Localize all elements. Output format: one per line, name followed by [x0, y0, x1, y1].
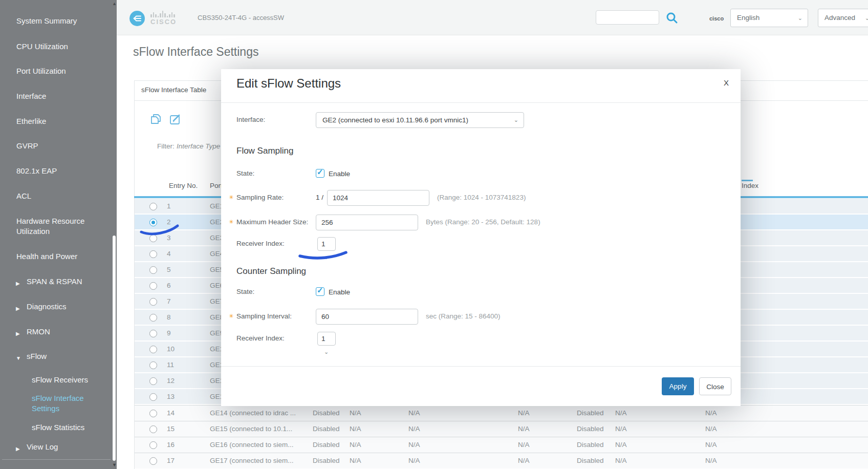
counter-receiver-index-select[interactable]: 1 ⌄ — [317, 332, 336, 346]
display-mode-select[interactable]: Advanced ⌄ — [818, 9, 868, 27]
table-row-16: 16GE16 (connected to siem...DisabledN/AN… — [135, 437, 868, 453]
sidebar-scroll-down-icon[interactable]: ▼ — [112, 462, 117, 467]
cell-value: N/A — [615, 441, 627, 449]
cell-entry-no: 11 — [167, 361, 174, 369]
cell-value: N/A — [350, 457, 361, 464]
filter-label: Filter: — [157, 142, 175, 150]
close-button[interactable]: Close — [699, 377, 731, 395]
edit-sflow-settings-dialog: Edit sFlow Settings X Interface: GE2 (co… — [221, 69, 741, 406]
sidebar-item-label: RMON — [27, 327, 103, 337]
row-select-radio[interactable] — [149, 219, 157, 226]
flow-state-checkbox[interactable] — [316, 169, 324, 178]
cell-value: N/A — [408, 457, 420, 464]
cell-value: N/A — [615, 457, 627, 464]
dialog-close-icon[interactable]: X — [724, 78, 729, 87]
row-select-radio[interactable] — [149, 377, 157, 385]
sampling-rate-input[interactable] — [327, 190, 429, 206]
row-select-radio[interactable] — [149, 457, 157, 465]
column-header-entry-no[interactable]: Entry No. — [169, 182, 198, 189]
sidebar-item-label: sFlow Statistics — [32, 422, 103, 433]
cell-port: GE15 (connected to 10.1... — [210, 425, 292, 433]
row-select-radio[interactable] — [149, 203, 157, 210]
search-input[interactable] — [596, 10, 659, 25]
sidebar-item-label: View Log — [27, 442, 103, 452]
dialog-title: Edit sFlow Settings — [236, 76, 341, 91]
edit-pencil-icon — [169, 113, 182, 126]
max-header-size-input[interactable] — [316, 215, 418, 230]
sampling-interval-input[interactable] — [316, 309, 418, 325]
sidebar-scrollbar-thumb[interactable] — [113, 236, 116, 461]
mode-selected-value: Advanced — [824, 14, 855, 22]
cell-entry-no: 8 — [167, 313, 171, 321]
cell-value: N/A — [705, 457, 717, 464]
sidebar-item-label: 802.1x EAP — [16, 166, 100, 176]
cell-entry-no: 15 — [167, 425, 175, 433]
sidebar-item-label: GVRP — [16, 141, 100, 151]
chevron-collapsed-icon: ▶ — [16, 279, 20, 289]
copy-settings-button[interactable] — [149, 113, 162, 126]
dialog-footer-divider — [221, 366, 741, 367]
row-select-radio[interactable] — [149, 314, 157, 322]
edit-settings-button[interactable] — [169, 113, 182, 126]
counter-state-checkbox[interactable] — [316, 287, 324, 296]
row-select-radio[interactable] — [149, 266, 157, 274]
chevron-down-icon: ⌄ — [798, 9, 802, 27]
flow-state-label: State: — [236, 169, 254, 177]
row-select-radio[interactable] — [149, 282, 157, 290]
sampling-rate-hint: (Range: 1024 - 1073741823) — [437, 194, 526, 201]
cell-entry-no: 12 — [167, 377, 175, 385]
cell-entry-no: 13 — [167, 393, 175, 400]
cell-port: GE16 (connected to siem... — [210, 441, 294, 449]
required-icon: ✳ — [229, 219, 233, 225]
table-row-14: 14GE14 (connected to idrac ...DisabledN/… — [135, 405, 868, 421]
chevron-down-icon: ⌄ — [324, 349, 329, 355]
row-select-radio[interactable] — [149, 441, 157, 449]
cell-port: GE17 (connected to siem... — [210, 457, 294, 464]
cell-value: N/A — [350, 409, 361, 417]
flow-receiver-index-value: 1 — [321, 240, 326, 248]
max-header-size-label: Maximum Header Size: — [236, 218, 308, 226]
flow-receiver-index-select[interactable]: 1 ⌄ — [317, 237, 336, 251]
interface-select[interactable]: GE2 (connected to esxi 10.11.96.6 port v… — [316, 112, 524, 128]
cell-value: Disabled — [577, 425, 604, 433]
chevron-down-icon: ⌄ — [514, 113, 518, 127]
cell-value: N/A — [408, 409, 420, 417]
top-header-bar: CISCO CBS350-24T-4G - accessSW cisco Eng… — [117, 0, 868, 35]
sidebar-item-label: Health and Power — [16, 251, 100, 262]
cell-value: Disabled — [577, 441, 604, 449]
sidebar-item-label: ACL — [16, 191, 100, 201]
row-select-radio[interactable] — [149, 330, 157, 337]
language-select[interactable]: English ⌄ — [730, 9, 808, 27]
row-select-radio[interactable] — [149, 361, 157, 369]
cell-entry-no: 10 — [167, 345, 175, 353]
row-select-radio[interactable] — [149, 250, 157, 258]
sidebar-scroll-up-icon[interactable]: ▲ — [112, 1, 117, 6]
row-select-radio[interactable] — [149, 393, 157, 401]
row-select-radio[interactable] — [149, 425, 157, 433]
tab-sflow-interface-table[interactable]: sFlow Interface Table — [141, 86, 206, 94]
sidebar-item-label: sFlow Interface Settings — [32, 393, 103, 414]
cell-entry-no: 3 — [167, 234, 171, 242]
sidebar-collapse-button[interactable] — [129, 11, 145, 26]
table-row-17: 17GE17 (connected to siem...DisabledN/AN… — [135, 453, 868, 468]
row-select-radio[interactable] — [149, 234, 157, 242]
interface-label: Interface: — [236, 116, 265, 123]
chevron-collapsed-icon: ▶ — [16, 444, 20, 454]
cell-value: N/A — [615, 425, 627, 433]
sidebar-item-label: CPU Utilization — [16, 41, 100, 52]
row-select-radio[interactable] — [149, 346, 157, 353]
apply-button[interactable]: Apply — [662, 377, 694, 395]
row-select-radio[interactable] — [149, 410, 157, 417]
sidebar-item-label: SPAN & RSPAN — [27, 276, 103, 287]
sampling-rate-label: Sampling Rate: — [236, 194, 284, 201]
sidebar-item-label: Interface — [16, 91, 100, 101]
flow-sampling-heading: Flow Sampling — [236, 146, 294, 156]
chevron-down-icon: ⌄ — [865, 9, 868, 27]
counter-sampling-group-underline — [742, 180, 753, 181]
search-button[interactable] — [665, 11, 679, 25]
sidebar-item-label: sFlow Receivers — [32, 375, 103, 385]
cell-entry-no: 14 — [167, 409, 175, 417]
sampling-rate-prefix: 1 / — [316, 194, 323, 201]
cell-value: N/A — [518, 409, 530, 417]
row-select-radio[interactable] — [149, 298, 157, 306]
